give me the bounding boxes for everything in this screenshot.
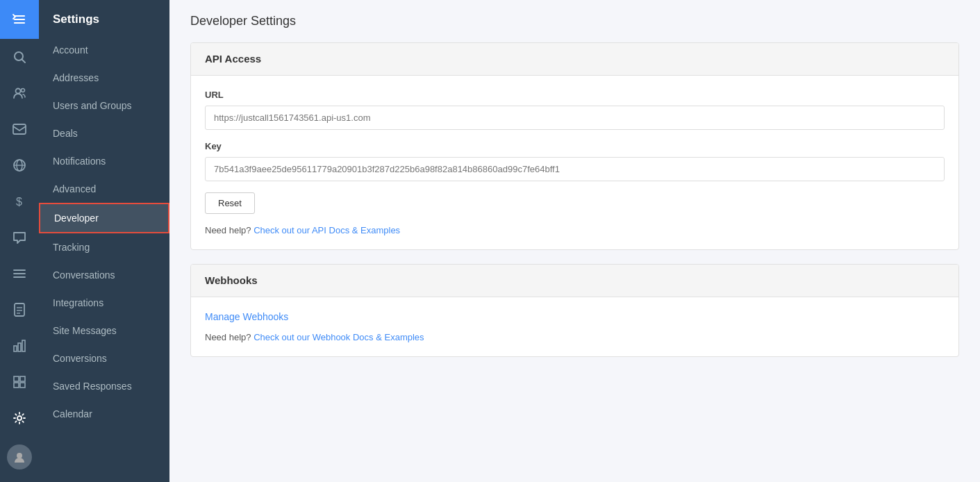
globe-nav-icon[interactable] bbox=[0, 147, 39, 183]
svg-rect-19 bbox=[14, 376, 19, 381]
webhooks-card: Webhooks Manage Webhooks Need help? Chec… bbox=[190, 264, 959, 357]
settings-sidebar: Settings Account Addresses Users and Gro… bbox=[39, 0, 169, 482]
grid-nav-icon[interactable] bbox=[0, 364, 39, 400]
api-access-card: API Access URL Key Reset Need help? Chec… bbox=[190, 42, 959, 250]
sidebar-item-advanced[interactable]: Advanced bbox=[39, 175, 169, 203]
key-input[interactable] bbox=[205, 157, 945, 181]
sidebar-item-developer[interactable]: Developer bbox=[39, 203, 169, 233]
key-label: Key bbox=[205, 141, 945, 151]
sidebar-item-addresses[interactable]: Addresses bbox=[39, 64, 169, 92]
svg-text:$: $ bbox=[16, 196, 22, 208]
webhook-help-text: Need help? Check out our Webhook Docs & … bbox=[205, 332, 945, 342]
dollar-nav-icon[interactable]: $ bbox=[0, 183, 39, 219]
api-access-body: URL Key Reset Need help? Check out our A… bbox=[191, 76, 958, 249]
svg-rect-16 bbox=[14, 346, 17, 351]
svg-rect-20 bbox=[20, 376, 25, 381]
sidebar-item-integrations[interactable]: Integrations bbox=[39, 289, 169, 317]
sidebar-item-conversions[interactable]: Conversions bbox=[39, 344, 169, 372]
svg-point-2 bbox=[16, 89, 21, 94]
search-nav-icon[interactable] bbox=[0, 39, 39, 75]
gear-nav-icon[interactable] bbox=[0, 400, 39, 436]
webhook-docs-link[interactable]: Check out our Webhook Docs & Examples bbox=[254, 332, 424, 342]
api-docs-link[interactable]: Check out our API Docs & Examples bbox=[254, 225, 400, 235]
sidebar-item-deals[interactable]: Deals bbox=[39, 119, 169, 147]
svg-point-3 bbox=[22, 89, 25, 92]
users-nav-icon[interactable] bbox=[0, 75, 39, 111]
reset-button[interactable]: Reset bbox=[205, 192, 255, 214]
sidebar-item-calendar[interactable]: Calendar bbox=[39, 400, 169, 428]
icon-sidebar: $ bbox=[0, 0, 39, 482]
svg-rect-17 bbox=[18, 343, 21, 351]
chat-nav-icon[interactable] bbox=[0, 219, 39, 256]
settings-title: Settings bbox=[39, 0, 169, 36]
doc-nav-icon[interactable] bbox=[0, 292, 39, 328]
sidebar-item-account[interactable]: Account bbox=[39, 36, 169, 64]
url-label: URL bbox=[205, 90, 945, 100]
mail-nav-icon[interactable] bbox=[0, 111, 39, 147]
svg-rect-18 bbox=[22, 340, 25, 351]
sidebar-item-notifications[interactable]: Notifications bbox=[39, 147, 169, 175]
manage-webhooks-link[interactable]: Manage Webhooks bbox=[205, 311, 945, 322]
svg-rect-12 bbox=[15, 304, 24, 316]
webhooks-title: Webhooks bbox=[205, 274, 258, 286]
svg-line-1 bbox=[22, 60, 26, 63]
svg-point-24 bbox=[17, 453, 22, 458]
sidebar-item-site-messages[interactable]: Site Messages bbox=[39, 317, 169, 344]
sidebar-item-tracking[interactable]: Tracking bbox=[39, 233, 169, 261]
avatar bbox=[7, 444, 32, 469]
sidebar-item-saved-responses[interactable]: Saved Responses bbox=[39, 372, 169, 400]
svg-point-23 bbox=[17, 416, 22, 420]
api-access-header: API Access bbox=[191, 43, 958, 76]
url-input[interactable] bbox=[205, 106, 945, 130]
list-nav-icon[interactable] bbox=[0, 256, 39, 292]
svg-rect-4 bbox=[13, 124, 26, 134]
main-content: Developer Settings API Access URL Key Re… bbox=[169, 0, 980, 482]
webhooks-body: Manage Webhooks Need help? Check out our… bbox=[191, 297, 958, 356]
sidebar-item-users-groups[interactable]: Users and Groups bbox=[39, 92, 169, 119]
bar-chart-nav-icon[interactable] bbox=[0, 328, 39, 364]
api-help-text: Need help? Check out our API Docs & Exam… bbox=[205, 225, 945, 235]
avatar-button[interactable] bbox=[0, 438, 39, 476]
webhooks-header: Webhooks bbox=[191, 265, 958, 297]
logo-button[interactable] bbox=[0, 0, 39, 39]
svg-rect-22 bbox=[20, 383, 25, 388]
svg-rect-21 bbox=[14, 383, 19, 388]
api-access-title: API Access bbox=[205, 53, 261, 65]
page-title: Developer Settings bbox=[190, 14, 959, 28]
sidebar-item-conversations[interactable]: Conversations bbox=[39, 261, 169, 289]
